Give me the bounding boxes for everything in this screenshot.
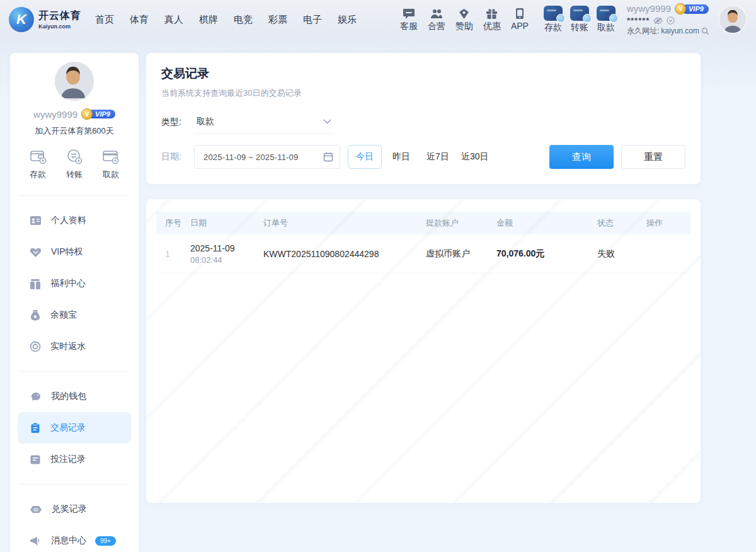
transfer-circle-icon xyxy=(66,148,83,164)
nav-link-home[interactable]: 首页 xyxy=(95,14,114,26)
sidebar-item-label: VIP特权 xyxy=(51,246,83,258)
sidebar-item-messages[interactable]: 消息中心 99+ xyxy=(18,525,131,552)
sidebar-item-label: 消息中心 xyxy=(51,535,86,546)
sponsor-label: 赞助 xyxy=(455,21,473,32)
transactions-table-card: 序号 日期 订单号 提款账户 金额 状态 操作 1 2025-11-09 08:… xyxy=(146,199,701,503)
wallet-outline-icon xyxy=(29,148,47,164)
range-today-button[interactable]: 今日 xyxy=(348,145,382,169)
col-order-no: 订单号 xyxy=(260,217,422,229)
sidebar-quick-actions: 存款 转账 取款 xyxy=(10,137,139,190)
col-amount: 金额 xyxy=(493,217,593,229)
divider xyxy=(19,195,130,196)
sidebar-deposit-button[interactable]: 存款 xyxy=(29,148,47,180)
vip-badge[interactable]: V VIP9 xyxy=(675,3,709,14)
sponsor-button[interactable]: 赞助 xyxy=(455,7,473,32)
sidebar-item-label: 福利中心 xyxy=(50,278,86,289)
sponsor-icon xyxy=(458,7,470,20)
top-navigation: K 开云体育 Kaiyun.com 首页 体育 真人 棋牌 电竞 彩票 电子 娱… xyxy=(0,0,756,39)
calendar-icon xyxy=(323,152,333,162)
query-button[interactable]: 查询 xyxy=(549,145,614,169)
deposit-button[interactable]: 存款 xyxy=(544,6,563,33)
nav-link-entertainment[interactable]: 娱乐 xyxy=(338,14,357,26)
sidebar-transfer-button[interactable]: 转账 xyxy=(66,148,83,180)
date-range-value: 2025-11-09 ~ 2025-11-09 xyxy=(203,152,323,162)
sidebar-item-label: 交易记录 xyxy=(50,422,86,434)
username: wywy9999 xyxy=(627,3,671,15)
table-row: 1 2025-11-09 08:02:44 KWWT20251109080244… xyxy=(156,234,690,273)
megaphone-icon xyxy=(30,536,42,546)
sidebar-item-rebate[interactable]: 实时返水 xyxy=(18,331,131,362)
sidebar-withdraw-label: 取款 xyxy=(103,169,119,180)
sidebar-withdraw-button[interactable]: 取款 xyxy=(102,148,120,180)
sidebar-item-welfare[interactable]: 福利中心 xyxy=(18,268,131,299)
range-7days-button[interactable]: 近7日 xyxy=(421,145,455,169)
transaction-book-icon xyxy=(30,422,41,434)
sidebar-menu-group-2: 我的钱包 交易记录 投注记录 xyxy=(10,377,139,479)
row-order-no: KWWT202511090802444298 xyxy=(260,249,422,259)
main-content: 交易记录 当前系统支持查询最近30日的交易记录 类型: 取款 日期: 2025-… xyxy=(146,53,701,503)
customer-service-label: 客服 xyxy=(400,21,418,32)
transfer-icon xyxy=(570,6,589,21)
sidebar-item-prizes[interactable]: 兑奖记录 xyxy=(18,493,131,525)
promotions-button[interactable]: 优惠 xyxy=(483,7,501,32)
type-select[interactable]: 取款 xyxy=(194,110,334,134)
piggy-bank-icon xyxy=(30,391,42,401)
sidebar-item-profile[interactable]: 个人资料 xyxy=(18,205,131,236)
table-header-row: 序号 日期 订单号 提款账户 金额 状态 操作 xyxy=(156,212,690,234)
id-card-icon xyxy=(30,216,42,226)
sidebar-item-wallet[interactable]: 我的钱包 xyxy=(18,381,131,412)
user-avatar[interactable] xyxy=(718,5,747,34)
withdraw-button[interactable]: 取款 xyxy=(597,6,616,33)
row-date-day: 2025-11-09 xyxy=(190,243,256,253)
col-action: 操作 xyxy=(643,217,690,229)
eye-slash-icon[interactable] xyxy=(653,17,663,25)
col-account: 提款账户 xyxy=(422,217,493,229)
app-download-button[interactable]: APP xyxy=(511,7,529,32)
sidebar-avatar[interactable] xyxy=(55,62,94,101)
partners-button[interactable]: 合营 xyxy=(428,7,445,32)
nav-link-live[interactable]: 真人 xyxy=(164,14,183,26)
nav-link-chess[interactable]: 棋牌 xyxy=(199,14,218,26)
site-logo[interactable]: K 开云体育 Kaiyun.com xyxy=(9,7,81,32)
transfer-button[interactable]: 转账 xyxy=(570,6,589,33)
sidebar-item-vip[interactable]: VIP特权 xyxy=(18,236,131,268)
date-range-input[interactable]: 2025-11-09 ~ 2025-11-09 xyxy=(194,145,340,169)
customer-service-button[interactable]: 客服 xyxy=(400,7,418,32)
search-icon[interactable] xyxy=(701,27,709,35)
sidebar-vip-badge[interactable]: V VIP9 xyxy=(81,108,115,120)
sidebar-username: wywy9999 xyxy=(33,109,77,120)
reset-button[interactable]: 重置 xyxy=(621,145,685,169)
primary-nav: 首页 体育 真人 棋牌 电竞 彩票 电子 娱乐 xyxy=(95,14,357,26)
sidebar-transfer-label: 转账 xyxy=(66,169,83,180)
vip-heart-icon xyxy=(30,247,42,258)
range-yesterday-button[interactable]: 昨日 xyxy=(384,145,418,169)
sidebar-item-transactions[interactable]: 交易记录 xyxy=(18,412,131,444)
sidebar-item-yuebao[interactable]: 余额宝 xyxy=(18,299,131,331)
page-title: 交易记录 xyxy=(161,66,685,82)
date-label: 日期: xyxy=(161,151,194,163)
nav-link-esports[interactable]: 电竞 xyxy=(234,14,253,26)
bet-record-icon xyxy=(30,454,41,465)
rebate-target-icon xyxy=(30,341,41,352)
divider xyxy=(19,484,130,485)
nav-link-slots[interactable]: 电子 xyxy=(303,14,322,26)
divider xyxy=(19,371,130,372)
sidebar-deposit-label: 存款 xyxy=(30,169,46,180)
permanent-url-value[interactable]: kaiyun.com xyxy=(661,26,699,36)
col-status: 状态 xyxy=(593,217,643,229)
range-30days-button[interactable]: 近30日 xyxy=(457,145,493,169)
promotions-label: 优惠 xyxy=(483,21,501,32)
date-filter-row: 日期: 2025-11-09 ~ 2025-11-09 今日 昨日 近7日 近3… xyxy=(161,145,685,169)
row-index: 1 xyxy=(156,249,186,259)
row-account: 虚拟币账户 xyxy=(422,248,493,260)
nav-link-lottery[interactable]: 彩票 xyxy=(268,14,287,26)
chat-icon xyxy=(403,7,415,20)
sidebar-item-label: 投注记录 xyxy=(50,454,86,465)
deposit-icon xyxy=(544,6,563,21)
nav-link-sports[interactable]: 体育 xyxy=(130,14,149,26)
permanent-url-label: 永久网址: xyxy=(627,26,659,36)
filter-card: 交易记录 当前系统支持查询最近30日的交易记录 类型: 取款 日期: 2025-… xyxy=(146,53,701,184)
chevron-circle-icon[interactable] xyxy=(667,16,675,25)
phone-icon xyxy=(515,7,524,20)
sidebar-item-bets[interactable]: 投注记录 xyxy=(18,444,131,475)
